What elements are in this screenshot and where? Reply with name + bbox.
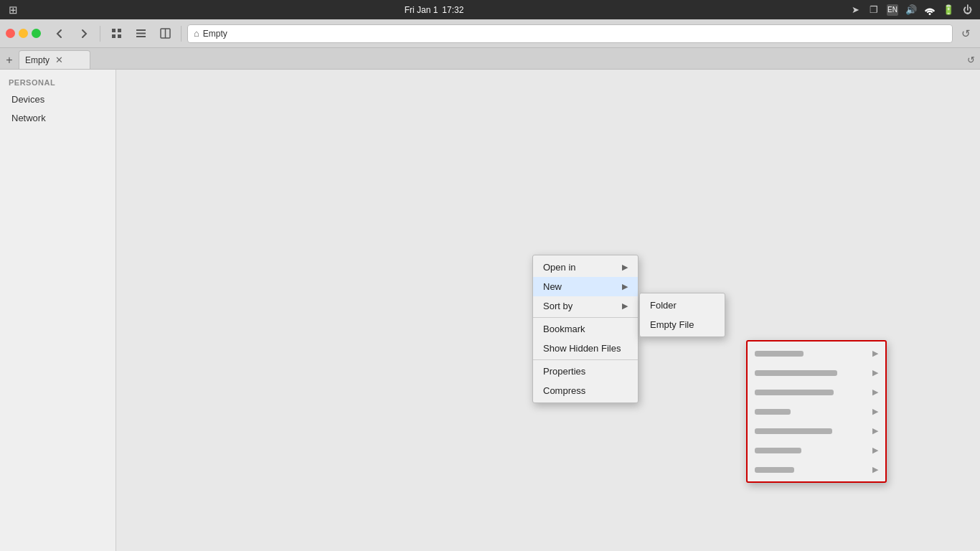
blurred-text-2 — [755, 370, 837, 376]
menu-item-sort-by-label: Sort by — [543, 301, 573, 311]
system-bar-center: Fri Jan 1 17:32 — [405, 5, 464, 15]
submenu-folder-label: Folder — [650, 300, 677, 311]
battery-icon: 🔋 — [943, 4, 954, 16]
blurred-arrow-7: ▶ — [872, 465, 878, 474]
tab-history-icon[interactable]: ↺ — [961, 50, 980, 69]
tab-bar: + Empty ✕ ↺ — [0, 48, 980, 70]
blurred-text-3 — [755, 390, 834, 395]
menu-item-open-in-label: Open in — [543, 262, 576, 273]
blurred-row-3[interactable]: ▶ — [748, 382, 885, 402]
minimize-window-button[interactable] — [19, 29, 28, 38]
svg-rect-5 — [136, 33, 146, 34]
titlebar: ⌂ Empty ↺ — [0, 19, 980, 48]
sidebar-item-network-label: Network — [11, 113, 46, 123]
blurred-row-5[interactable]: ▶ — [748, 421, 885, 441]
blurred-text-7 — [755, 467, 794, 473]
submenu-extra: ▶ ▶ ▶ — [746, 340, 887, 483]
menu-item-compress-label: Compress — [543, 385, 585, 396]
submenu-new: Folder Empty File ▶ — [639, 293, 725, 337]
svg-rect-7 — [161, 29, 170, 38]
system-day: Fri Jan 1 — [405, 5, 438, 15]
window-controls — [6, 29, 41, 38]
blurred-text-5 — [755, 428, 832, 434]
sidebar-item-devices-label: Devices — [11, 94, 44, 105]
svg-rect-6 — [136, 36, 146, 37]
blurred-text-4 — [755, 409, 791, 415]
view-list-button[interactable] — [131, 24, 151, 44]
system-bar-right: ➤ ❐ EN 🔊 🔋 ⏻ — [849, 4, 973, 16]
file-area: Open in ▶ New ▶ Folder Empty File — [116, 70, 980, 551]
blurred-arrow-5: ▶ — [872, 426, 878, 435]
tab-label: Empty — [25, 55, 50, 65]
power-icon[interactable]: ⏻ — [961, 4, 973, 16]
menu-item-open-in[interactable]: Open in ▶ — [533, 258, 638, 277]
main-layout: Personal Devices Network Open in ▶ New ▶… — [0, 70, 980, 551]
svg-rect-3 — [118, 34, 121, 38]
address-path: Empty — [203, 29, 227, 39]
menu-item-bookmark[interactable]: Bookmark — [533, 319, 638, 339]
menu-item-sort-by[interactable]: Sort by ▶ — [533, 296, 638, 316]
menu-item-properties-label: Properties — [543, 366, 585, 377]
blurred-arrow-4: ▶ — [872, 407, 878, 416]
dropbox-icon: ❐ — [868, 4, 880, 16]
home-icon: ⌂ — [194, 28, 199, 39]
sidebar-item-network[interactable]: Network — [3, 109, 113, 127]
forward-button[interactable] — [74, 24, 94, 44]
menu-item-bookmark-label: Bookmark — [543, 324, 585, 334]
new-tab-button[interactable]: + — [0, 52, 19, 69]
view-grid-button[interactable] — [106, 24, 126, 44]
refresh-button[interactable]: ↺ — [957, 25, 974, 42]
blurred-arrow-1: ▶ — [872, 349, 878, 358]
sidebar: Personal Devices Network — [0, 70, 116, 551]
blurred-row-7[interactable]: ▶ — [748, 460, 885, 479]
sort-by-arrow: ▶ — [622, 301, 628, 311]
close-window-button[interactable] — [6, 29, 15, 38]
menu-item-new[interactable]: New ▶ Folder Empty File ▶ — [533, 277, 638, 296]
maximize-window-button[interactable] — [32, 29, 41, 38]
toolbar-separator — [100, 26, 100, 42]
blurred-arrow-3: ▶ — [872, 387, 878, 397]
menu-item-compress[interactable]: Compress — [533, 381, 638, 400]
new-arrow: ▶ — [622, 282, 628, 291]
blurred-text-1 — [755, 351, 804, 357]
submenu-empty-file-label: Empty File — [650, 319, 694, 330]
menu-separator-1 — [533, 317, 638, 318]
back-button[interactable] — [50, 24, 70, 44]
blurred-arrow-6: ▶ — [872, 446, 878, 455]
toolbar-separator-2 — [181, 26, 182, 42]
system-time: 17:32 — [442, 5, 463, 15]
open-in-arrow: ▶ — [622, 263, 628, 272]
tab-empty[interactable]: Empty ✕ — [19, 50, 90, 69]
system-bar-left: ⊞ — [7, 4, 19, 16]
svg-rect-2 — [112, 34, 116, 38]
blurred-row-1[interactable]: ▶ — [748, 344, 885, 363]
context-menu: Open in ▶ New ▶ Folder Empty File — [532, 255, 639, 403]
svg-rect-4 — [136, 29, 146, 31]
app-grid-icon[interactable]: ⊞ — [7, 4, 19, 16]
svg-rect-0 — [112, 29, 116, 32]
send-icon: ➤ — [849, 4, 861, 16]
menu-item-properties[interactable]: Properties — [533, 362, 638, 381]
menu-separator-2 — [533, 359, 638, 360]
blurred-row-6[interactable]: ▶ — [748, 441, 885, 460]
blurred-row-4[interactable]: ▶ — [748, 402, 885, 421]
blurred-row-2[interactable]: ▶ — [748, 363, 885, 382]
menu-item-show-hidden-label: Show Hidden Files — [543, 343, 621, 354]
sidebar-personal-label: Personal — [0, 75, 116, 90]
tab-close-button[interactable]: ✕ — [53, 55, 65, 66]
system-bar: ⊞ Fri Jan 1 17:32 ➤ ❐ EN 🔊 🔋 ⏻ — [0, 0, 980, 19]
submenu-empty-file[interactable]: Empty File — [640, 315, 725, 334]
svg-rect-1 — [118, 29, 121, 32]
blurred-arrow-2: ▶ — [872, 368, 878, 377]
keyboard-layout-icon: EN — [887, 4, 898, 16]
menu-item-show-hidden[interactable]: Show Hidden Files — [533, 339, 638, 358]
blurred-text-6 — [755, 448, 801, 453]
wifi-icon[interactable] — [924, 4, 936, 16]
menu-item-new-label: New — [543, 281, 562, 292]
sidebar-item-devices[interactable]: Devices — [3, 90, 113, 108]
address-bar[interactable]: ⌂ Empty — [187, 24, 953, 43]
view-split-button[interactable] — [155, 24, 175, 44]
submenu-folder[interactable]: Folder — [640, 296, 725, 315]
speaker-icon[interactable]: 🔊 — [905, 4, 917, 16]
